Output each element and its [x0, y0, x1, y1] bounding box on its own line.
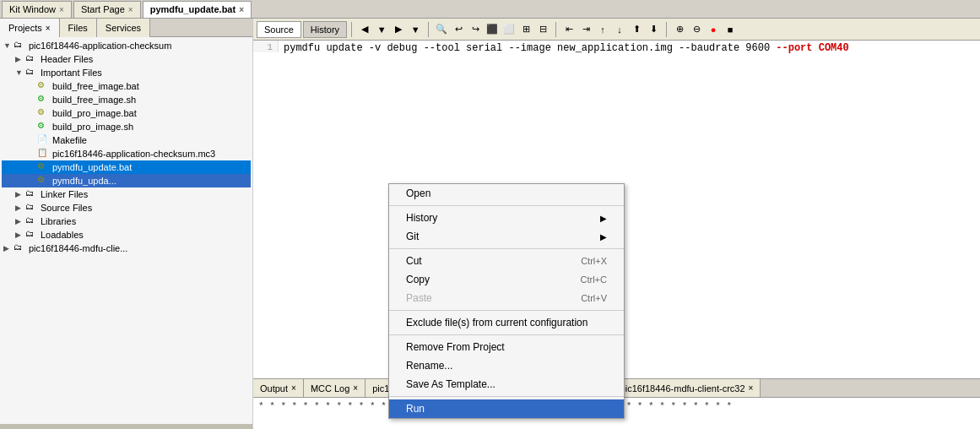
- toolbar-dropdown-btn[interactable]: ▼: [373, 21, 390, 38]
- menu-separator-6: [389, 334, 624, 335]
- toolbar-separator-3: [555, 22, 556, 37]
- tree-arrow: ▶: [15, 190, 25, 198]
- toolbar-zoom-in[interactable]: 🔍: [433, 21, 450, 38]
- left-panel: Projects × Files Services ▼🗂pic16f18446-…: [0, 19, 253, 429]
- toolbar-nav-3[interactable]: ↑: [594, 21, 611, 38]
- menu-item-open[interactable]: Open: [389, 184, 624, 203]
- tree-item[interactable]: ▶🗂pic16f18446-mdfu-clie...: [2, 242, 251, 255]
- tree-label: pymdfu_upda...: [52, 176, 116, 186]
- toolbar-toggle-5[interactable]: ⊟: [534, 21, 551, 38]
- toolbar-separator-2: [428, 22, 429, 37]
- tree-item[interactable]: ⚙build_free_image.sh: [2, 93, 251, 106]
- tree-item[interactable]: ▶🗂Libraries: [2, 214, 251, 228]
- file-icon: 📄: [37, 134, 51, 146]
- close-output-tab[interactable]: ×: [291, 383, 296, 393]
- file-icon: ⚙: [37, 107, 51, 119]
- toolbar-nav-5[interactable]: ⬆: [628, 21, 645, 38]
- menu-item-save-template[interactable]: Save As Template...: [389, 375, 624, 394]
- close-tab-pymdfu[interactable]: ×: [239, 5, 244, 14]
- tree-item[interactable]: 📋pic16f18446-application-checksum.mc3: [2, 147, 251, 160]
- tree-label: build_pro_image.sh: [52, 122, 133, 132]
- tree-item[interactable]: ▼🗂Important Files: [2, 66, 251, 79]
- code-line-1: 1 pymdfu update -v debug --tool serial -…: [253, 41, 980, 56]
- menu-item-remove[interactable]: Remove From Project: [389, 338, 624, 356]
- toolbar-forward-btn[interactable]: ▶: [390, 21, 407, 38]
- menu-item-run[interactable]: Run: [389, 399, 624, 418]
- tree-item[interactable]: ⚙pymdfu_upda...: [2, 174, 251, 187]
- toolbar-toggle-1[interactable]: ↪: [467, 21, 484, 38]
- tree-item[interactable]: ▶🗂Source Files: [2, 201, 251, 214]
- toolbar-action-1[interactable]: ⊕: [671, 21, 688, 38]
- menu-separator-5: [389, 310, 624, 311]
- menu-item-rename[interactable]: Rename...: [389, 356, 624, 375]
- file-icon: 🗂: [25, 202, 39, 214]
- menu-item-git[interactable]: Git ▶: [389, 227, 624, 246]
- tree-arrow: ▶: [15, 217, 25, 225]
- tree-item[interactable]: ▼🗂pic16f18446-application-checksum: [2, 39, 251, 52]
- menu-item-exclude[interactable]: Exclude file(s) from current configurati…: [389, 313, 624, 332]
- menu-item-history[interactable]: History ▶: [389, 209, 624, 227]
- toolbar-nav-1[interactable]: ⇤: [560, 21, 577, 38]
- tree-item[interactable]: ⚙build_free_image.bat: [2, 79, 251, 93]
- toolbar-action-2[interactable]: ⊖: [688, 21, 705, 38]
- toolbar-stop[interactable]: ■: [722, 21, 739, 38]
- tree-item[interactable]: ▶🗂Header Files: [2, 52, 251, 66]
- tab-kit-window[interactable]: Kit Window ×: [2, 1, 72, 18]
- tree-arrow: ▼: [15, 68, 25, 77]
- close-tab-start-page[interactable]: ×: [128, 5, 133, 14]
- file-icon: ⚙: [37, 161, 51, 173]
- bottom-tab-output-label: Output: [260, 383, 288, 394]
- tree-label: Libraries: [41, 216, 76, 226]
- tree-item[interactable]: ▶🗂Linker Files: [2, 187, 251, 201]
- bottom-tab-output[interactable]: Output ×: [253, 379, 304, 397]
- toolbar-zoom-out[interactable]: ↩: [450, 21, 467, 38]
- toolbar-tab-history[interactable]: History: [303, 21, 347, 38]
- tab-pymdfu-update[interactable]: pymdfu_update.bat ×: [143, 1, 252, 18]
- menu-item-paste[interactable]: Paste Ctrl+V: [389, 289, 624, 307]
- tab-start-page[interactable]: Start Page ×: [73, 1, 141, 18]
- menu-separator-0: [389, 205, 624, 206]
- file-icon: 🗂: [25, 67, 39, 79]
- toolbar-toggle-3[interactable]: ⬜: [501, 21, 517, 38]
- toolbar-btn-group-2: 🔍 ↩ ↪ ⬛ ⬜ ⊞ ⊟: [433, 21, 551, 38]
- panel-tab-files[interactable]: Files: [60, 19, 97, 37]
- toolbar-nav-6[interactable]: ⬇: [645, 21, 662, 38]
- toolbar-record[interactable]: ●: [705, 21, 722, 38]
- panel-tab-services[interactable]: Services: [97, 19, 150, 37]
- file-icon: 🗂: [25, 215, 39, 227]
- toolbar-btn-group-4: ⊕ ⊖ ● ■: [671, 21, 739, 38]
- toolbar-dropdown-btn-2[interactable]: ▼: [407, 21, 424, 38]
- tree-label: Linker Files: [41, 189, 88, 199]
- close-projects-tab[interactable]: ×: [46, 24, 51, 33]
- tree-item[interactable]: ▶🗂Loadables: [2, 228, 251, 242]
- close-mcc-tab[interactable]: ×: [353, 383, 358, 393]
- toolbar-nav-4[interactable]: ↓: [611, 21, 628, 38]
- tree-arrow: ▶: [3, 244, 14, 253]
- bottom-tab-mcc[interactable]: MCC Log ×: [304, 379, 365, 397]
- menu-separator-9: [389, 396, 624, 397]
- toolbar-back-btn[interactable]: ◀: [356, 21, 373, 38]
- tree-label: pic16f18446-application-checksum: [29, 41, 171, 51]
- tree-item[interactable]: ⚙build_pro_image.bat: [2, 106, 251, 120]
- toolbar-separator-1: [351, 22, 352, 37]
- close-pkob-tab[interactable]: ×: [749, 383, 754, 393]
- menu-item-copy[interactable]: Copy Ctrl+C: [389, 270, 624, 289]
- toolbar-toggle-2[interactable]: ⬛: [484, 21, 501, 38]
- toolbar-toggle-4[interactable]: ⊞: [517, 21, 534, 38]
- menu-item-cut[interactable]: Cut Ctrl+X: [389, 252, 624, 270]
- tree-arrow: ▶: [15, 204, 25, 212]
- tree-item[interactable]: 📄Makefile: [2, 133, 251, 147]
- file-icon: 🗂: [25, 53, 39, 65]
- tree-item[interactable]: ⚙pymdfu_update.bat: [2, 160, 251, 174]
- tree-item[interactable]: ⚙build_pro_image.sh: [2, 120, 251, 133]
- tree-label: Header Files: [41, 54, 93, 64]
- panel-tab-projects[interactable]: Projects ×: [0, 19, 60, 37]
- tree-label: Source Files: [41, 203, 92, 213]
- close-tab-kit-window[interactable]: ×: [59, 5, 64, 14]
- tree-label: pic16f18446-application-checksum.mc3: [52, 149, 215, 159]
- toolbar-tab-source[interactable]: Source: [257, 21, 301, 38]
- submenu-arrow-history: ▶: [600, 214, 607, 223]
- toolbar-nav-2[interactable]: ⇥: [577, 21, 594, 38]
- tree-label: build_free_image.bat: [52, 81, 139, 91]
- panel-resize-handle[interactable]: [0, 424, 252, 429]
